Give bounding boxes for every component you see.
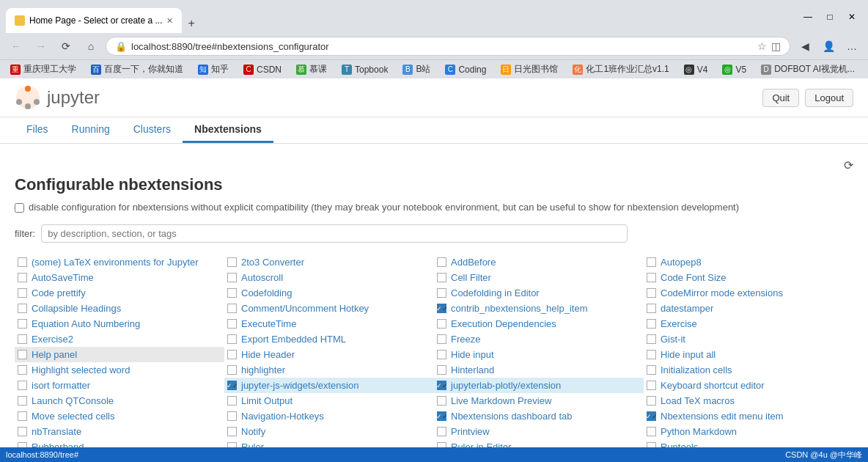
- close-button[interactable]: ✕: [842, 7, 862, 27]
- ext-checkbox[interactable]: [227, 365, 237, 375]
- ext-checkbox[interactable]: [227, 411, 237, 421]
- ext-checkbox[interactable]: [18, 319, 27, 329]
- bookmark-coding[interactable]: C Coding: [441, 63, 490, 76]
- ext-item[interactable]: Hide Header: [224, 347, 434, 362]
- ext-item-help-panel[interactable]: Help panel: [15, 347, 224, 362]
- ext-checkbox-checked[interactable]: ✓: [437, 304, 446, 313]
- ext-checkbox[interactable]: [647, 396, 656, 406]
- ext-checkbox[interactable]: [647, 273, 656, 282]
- ext-checkbox[interactable]: [227, 427, 237, 436]
- bookmark-csdn[interactable]: C CSDN: [239, 63, 286, 76]
- ext-item[interactable]: nbTranslate: [15, 424, 224, 439]
- ext-checkbox[interactable]: [647, 319, 656, 329]
- ext-item[interactable]: Export Embedded HTML: [224, 331, 434, 347]
- ext-item[interactable]: Code Font Size: [644, 270, 853, 285]
- ext-checkbox[interactable]: [647, 381, 656, 390]
- menu-button[interactable]: …: [842, 36, 862, 56]
- bookmark-formula[interactable]: 教 教学公式识别神器...: [865, 62, 868, 77]
- ext-checkbox[interactable]: [18, 381, 27, 390]
- ext-checkbox[interactable]: [227, 304, 237, 313]
- ext-checkbox-checked[interactable]: ✓: [647, 411, 656, 421]
- ext-checkbox[interactable]: [18, 273, 27, 282]
- ext-item[interactable]: Codefolding in Editor: [434, 285, 644, 301]
- bookmark-cqut[interactable]: 重 重庆理工大学: [6, 62, 81, 77]
- ext-item[interactable]: Navigation-Hotkeys: [224, 408, 434, 424]
- bookmark-zhihu[interactable]: 知 知乎: [194, 62, 233, 77]
- bookmark-mooc[interactable]: 慕 慕课: [292, 62, 331, 77]
- ext-checkbox[interactable]: [437, 427, 446, 436]
- ext-checkbox[interactable]: [437, 288, 446, 298]
- ext-checkbox[interactable]: [18, 304, 27, 313]
- ext-item[interactable]: Limit Output: [224, 393, 434, 408]
- ext-checkbox[interactable]: [647, 365, 656, 375]
- ext-checkbox[interactable]: [437, 319, 446, 329]
- ext-item[interactable]: ExecuteTime: [224, 316, 434, 331]
- ext-checkbox[interactable]: [437, 350, 446, 359]
- ext-item[interactable]: Move selected cells: [15, 408, 224, 424]
- ext-checkbox[interactable]: [647, 350, 656, 359]
- ext-item[interactable]: Keyboard shortcut editor: [644, 378, 853, 393]
- nav-nbextensions[interactable]: Nbextensions: [183, 117, 273, 143]
- ext-item[interactable]: ✓Nbextensions dashboard tab: [434, 408, 644, 424]
- ext-item[interactable]: Launch QTConsole: [15, 393, 224, 408]
- ext-item[interactable]: Freeze: [434, 331, 644, 347]
- ext-checkbox[interactable]: [18, 257, 27, 267]
- ext-item[interactable]: Code prettify: [15, 285, 224, 301]
- ext-item[interactable]: Python Markdown: [644, 424, 853, 439]
- ext-item[interactable]: Cell Filter: [434, 270, 644, 285]
- ext-item[interactable]: highlighter: [224, 362, 434, 378]
- refresh-extensions-icon[interactable]: ⟳: [844, 158, 853, 172]
- maximize-button[interactable]: □: [820, 7, 840, 27]
- ext-checkbox[interactable]: [227, 334, 237, 344]
- ext-checkbox[interactable]: [437, 396, 446, 406]
- ext-item[interactable]: Exercise: [644, 316, 853, 331]
- ext-item[interactable]: Initialization cells: [644, 362, 853, 378]
- ext-item[interactable]: ✓Nbextensions edit menu item: [644, 408, 853, 424]
- ext-checkbox[interactable]: [18, 350, 27, 359]
- ext-item[interactable]: CodeMirror mode extensions: [644, 285, 853, 301]
- ext-checkbox[interactable]: [647, 427, 656, 436]
- ext-checkbox[interactable]: [227, 273, 237, 282]
- ext-item[interactable]: Notify: [224, 424, 434, 439]
- ext-item[interactable]: Autopep8: [644, 254, 853, 270]
- ext-checkbox[interactable]: [227, 257, 237, 267]
- ext-checkbox[interactable]: [18, 288, 27, 298]
- ext-checkbox-checked[interactable]: ✓: [437, 381, 446, 390]
- back-button[interactable]: ←: [6, 36, 26, 56]
- nav-clusters[interactable]: Clusters: [122, 117, 183, 143]
- bookmark-library[interactable]: 日 日光图书馆: [496, 62, 562, 77]
- ext-item[interactable]: Highlight selected word: [15, 362, 224, 378]
- nav-files[interactable]: Files: [15, 117, 60, 143]
- ext-checkbox[interactable]: [647, 304, 656, 313]
- bookmark-dofbot[interactable]: D DOFBOT AI视觉机...: [757, 62, 859, 77]
- ext-checkbox[interactable]: [647, 288, 656, 298]
- ext-item[interactable]: datestamper: [644, 301, 853, 316]
- ext-item[interactable]: Hide input: [434, 347, 644, 362]
- profile-button[interactable]: 👤: [818, 36, 839, 56]
- ext-item[interactable]: Autoscroll: [224, 270, 434, 285]
- extension-icon[interactable]: ◫: [771, 40, 781, 52]
- ext-checkbox-checked[interactable]: ✓: [227, 381, 237, 390]
- bookmark-homework[interactable]: 化 化工1班作业汇总v1.1: [568, 62, 673, 77]
- bookmark-bilibili[interactable]: B B站: [398, 62, 435, 77]
- ext-checkbox[interactable]: [227, 396, 237, 406]
- ext-item[interactable]: Gist-it: [644, 331, 853, 347]
- logout-button[interactable]: Logout: [805, 89, 853, 107]
- new-tab-button[interactable]: +: [182, 14, 200, 33]
- ext-checkbox[interactable]: [437, 257, 446, 267]
- ext-item[interactable]: Live Markdown Preview: [434, 393, 644, 408]
- ext-checkbox[interactable]: [437, 365, 446, 375]
- ext-checkbox[interactable]: [647, 257, 656, 267]
- ext-item[interactable]: Collapsible Headings: [15, 301, 224, 316]
- ext-item[interactable]: Load TeX macros: [644, 393, 853, 408]
- ext-checkbox[interactable]: [227, 350, 237, 359]
- compat-checkbox[interactable]: [15, 203, 24, 213]
- ext-item[interactable]: Equation Auto Numbering: [15, 316, 224, 331]
- minimize-button[interactable]: —: [798, 7, 818, 27]
- ext-item[interactable]: ✓contrib_nbextensions_help_item: [434, 301, 644, 316]
- ext-item[interactable]: isort formatter: [15, 378, 224, 393]
- quit-button[interactable]: Quit: [762, 89, 799, 107]
- address-box[interactable]: 🔒 localhost:8890/tree#nbextensions_confi…: [106, 37, 790, 56]
- star-icon[interactable]: ☆: [757, 40, 767, 52]
- bookmark-v4[interactable]: ◎ V4: [680, 63, 713, 76]
